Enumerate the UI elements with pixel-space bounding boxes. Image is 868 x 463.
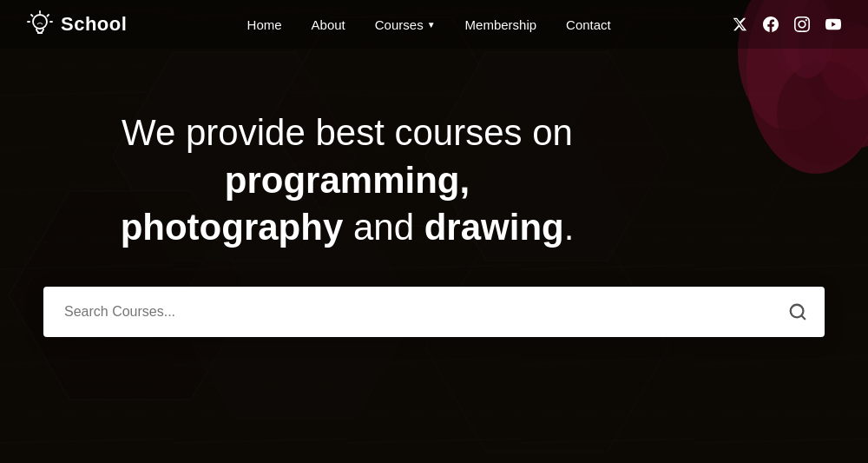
lightbulb-icon [26,10,54,38]
search-input[interactable] [43,288,771,335]
brand-logo[interactable]: School [26,10,127,38]
headline-period: . [564,207,575,248]
navbar: School Home About Courses ▼ Membership [0,0,868,49]
search-button[interactable] [771,287,825,337]
nav-item-about[interactable]: About [299,12,358,37]
headline-bold-drawing: drawing [424,207,564,248]
nav-link-courses[interactable]: Courses ▼ [363,12,448,37]
nav-item-contact[interactable]: Contact [554,12,623,37]
youtube-icon[interactable] [825,16,842,33]
twitter-icon[interactable] [731,16,748,33]
svg-point-33 [33,15,47,29]
nav-link-contact[interactable]: Contact [554,12,623,37]
headline-text-and: and [343,207,424,248]
brand-name: School [61,13,127,36]
svg-line-41 [801,315,805,319]
search-icon [788,302,807,321]
nav-link-membership[interactable]: Membership [453,12,549,37]
svg-line-38 [31,15,33,17]
facebook-icon[interactable] [762,16,779,33]
svg-line-39 [48,15,49,17]
headline-text-part1: We provide best courses on [122,112,573,153]
headline-bold-programming: programming, [225,160,470,201]
nav-item-home[interactable]: Home [235,12,294,37]
hero-headline: We provide best courses on programming, … [0,109,694,252]
social-icons-group [731,16,842,33]
search-container [43,287,825,337]
courses-dropdown-arrow: ▼ [427,20,436,30]
nav-item-courses[interactable]: Courses ▼ [363,12,448,37]
nav-item-membership[interactable]: Membership [453,12,549,37]
nav-link-about[interactable]: About [299,12,358,37]
instagram-icon[interactable] [793,16,811,33]
search-bar [43,287,825,337]
headline-bold-photography: photography [121,207,344,248]
nav-link-home[interactable]: Home [235,12,294,37]
nav-links: Home About Courses ▼ Membership Contact [235,12,623,37]
